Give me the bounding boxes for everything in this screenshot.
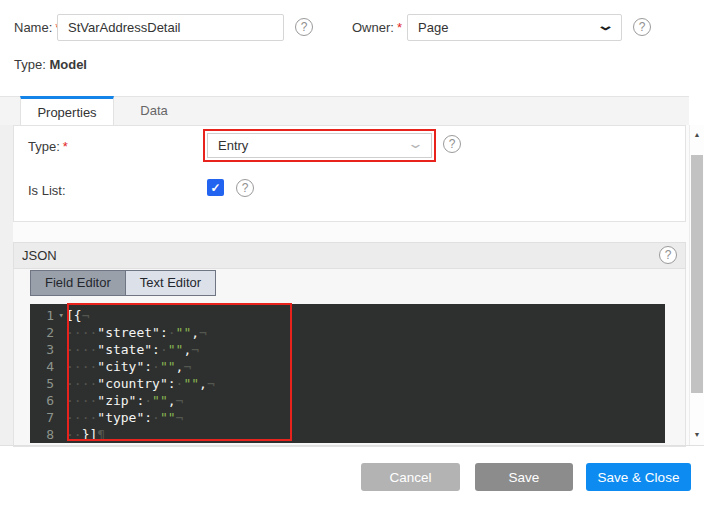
line-number: 2: [30, 324, 64, 341]
json-panel-header: JSON: [13, 242, 686, 269]
line-number: 8: [30, 426, 64, 443]
code-line: 1▾[{¬: [30, 307, 665, 324]
line-number: 4: [30, 358, 64, 375]
line-number: 7: [30, 409, 64, 426]
save-button[interactable]: Save: [475, 463, 573, 491]
json-code-editor[interactable]: 1▾[{¬2····"street":·"",¬3····"state":·""…: [30, 304, 665, 443]
tab-properties[interactable]: Properties: [20, 96, 114, 125]
name-input[interactable]: [57, 14, 284, 41]
save-close-button[interactable]: Save & Close: [586, 463, 691, 491]
code-line: 5····"country":·"",¬: [30, 375, 665, 392]
scroll-down-icon[interactable]: ▼: [690, 430, 704, 440]
code-line: 6····"zip":·"",¬: [30, 392, 665, 409]
help-icon[interactable]: ?: [659, 246, 677, 264]
help-icon[interactable]: ?: [443, 135, 461, 153]
tab-data-label: Data: [140, 103, 167, 118]
field-editor-button[interactable]: Field Editor: [31, 271, 125, 295]
code-line: 8··}]¶: [30, 426, 665, 443]
code-line: 4····"city":·"",¬: [30, 358, 665, 375]
owner-label: Owner:*: [352, 20, 402, 35]
scrollbar-track[interactable]: ▲ ▼: [689, 125, 704, 446]
required-mark: *: [397, 20, 402, 35]
dropdown-chevron-icon: ⌄: [407, 137, 424, 150]
select-chevron-icon: ⌄: [596, 19, 615, 32]
required-mark: *: [63, 139, 68, 154]
cancel-button[interactable]: Cancel: [361, 463, 460, 491]
fold-arrow-icon[interactable]: ▾: [59, 307, 64, 324]
line-number: 3: [30, 341, 64, 358]
type-model-line: Type: Model: [14, 57, 87, 72]
tab-properties-label: Properties: [37, 105, 96, 120]
scroll-up-icon[interactable]: ▲: [690, 130, 704, 140]
code-line: 2····"street":·"",¬: [30, 324, 665, 341]
help-icon[interactable]: ?: [633, 18, 651, 36]
variable-settings-dialog: Name:* ? Owner:* Page ⌄ ? Type: Model Pr…: [0, 0, 704, 511]
tab-data[interactable]: Data: [114, 96, 194, 125]
owner-select[interactable]: Page ⌄: [407, 14, 622, 41]
type-select-value: Entry: [218, 138, 248, 153]
line-number: 5: [30, 375, 64, 392]
type-field-label: Type:*: [28, 139, 68, 154]
help-icon[interactable]: ?: [236, 179, 254, 197]
scrollbar-thumb[interactable]: [691, 155, 703, 393]
code-line: 7····"type":·""¬: [30, 409, 665, 426]
help-icon[interactable]: ?: [295, 18, 313, 36]
is-list-label: Is List:: [28, 183, 66, 198]
pane-bottom-divider: [0, 445, 704, 446]
name-label: Name:*: [14, 20, 60, 35]
line-number: 6: [30, 392, 64, 409]
is-list-checkbox[interactable]: ✓: [207, 179, 224, 196]
type-select[interactable]: Entry ⌄: [207, 133, 432, 158]
code-line: 3····"state":·"",¬: [30, 341, 665, 358]
owner-select-value: Page: [418, 20, 448, 35]
editor-mode-toggle: Field Editor Text Editor: [30, 270, 216, 296]
pane-left-margin: [0, 125, 13, 446]
type-model-value: Model: [49, 57, 87, 72]
text-editor-button[interactable]: Text Editor: [125, 271, 215, 295]
checkbox-check-icon: ✓: [210, 181, 220, 195]
json-panel-title: JSON: [22, 248, 57, 263]
line-number: 1▾: [30, 307, 64, 324]
